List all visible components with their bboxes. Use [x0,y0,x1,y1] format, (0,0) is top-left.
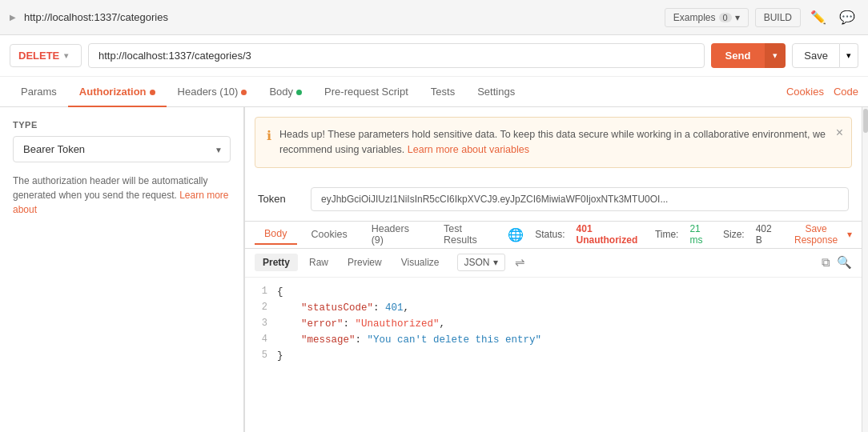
request-tabs: Params Authorization Headers (10) Body P… [0,77,868,107]
code-tab-pretty[interactable]: Pretty [255,254,298,271]
response-section: Body Cookies Headers (9) Test Results 🌐 … [245,221,862,370]
code-line-5: 5 } [255,348,852,364]
auth-panel: TYPE Bearer Token The authorization head… [0,107,244,432]
body-dot [296,90,302,95]
comment-icon[interactable]: 💬 [836,6,858,28]
authorization-dot [150,90,155,95]
right-panel: ℹ Heads up! These parameters hold sensit… [245,107,862,432]
type-select[interactable]: Bearer Token [13,136,231,162]
type-select-wrapper[interactable]: Bearer Token [13,136,231,162]
examples-button[interactable]: Examples 0 ▾ [665,8,749,27]
alert-link[interactable]: Learn more about variables [408,144,529,155]
nav-arrow-icon: ▶ [10,13,16,22]
tab-params[interactable]: Params [10,78,68,107]
tab-tests[interactable]: Tests [420,78,466,107]
resp-tab-test-results[interactable]: Test Results [434,219,503,250]
copy-icon[interactable]: ⧉ [822,255,830,270]
top-bar-right: Examples 0 ▾ BUILD ✏️ 💬 [665,6,858,28]
auth-note: The authorization header will be automat… [13,174,231,217]
save-response-button[interactable]: Save Response ▾ [788,223,852,246]
time-value: 21 ms [689,223,712,246]
scroll-thumb[interactable] [863,109,868,133]
code-line-3: 3 "error": "Unauthorized", [255,316,852,332]
right-scrollbar[interactable] [862,107,868,432]
code-icons: ⧉ 🔍 [822,255,852,270]
tab-authorization[interactable]: Authorization [68,78,167,107]
alert-text: Heads up! These parameters hold sensitiv… [279,127,840,158]
tab-headers[interactable]: Headers (10) [167,78,259,107]
examples-chevron-icon: ▾ [735,12,740,23]
code-link[interactable]: Code [834,86,858,98]
content-area: TYPE Bearer Token The authorization head… [0,107,868,432]
globe-icon: 🌐 [508,227,524,242]
send-group: Send ▾ [711,43,786,68]
top-bar-url: http://localhost:1337/categories [24,11,168,23]
method-select[interactable]: DELETE ▾ [10,44,82,67]
tab-body[interactable]: Body [258,78,313,107]
code-line-2: 2 "statusCode": 401, [255,300,852,316]
alert-close-button[interactable]: × [836,126,843,140]
alert-icon: ℹ [267,128,271,143]
alert-box: ℹ Heads up! These parameters hold sensit… [255,117,852,168]
token-input[interactable] [311,187,849,211]
cookies-link[interactable]: Cookies [786,86,824,98]
code-tab-visualize[interactable]: Visualize [393,254,448,271]
method-chevron-icon: ▾ [64,51,68,60]
tab-pre-request[interactable]: Pre-request Script [313,78,420,107]
headers-dot [241,90,247,95]
code-line-1: 1 { [255,284,852,300]
save-button[interactable]: Save [792,43,840,68]
format-chevron-icon: ▾ [493,257,498,268]
resp-tab-body[interactable]: Body [255,224,297,245]
code-tabs: Pretty Raw Preview Visualize JSON ▾ ⇌ ⧉ … [245,249,862,278]
code-line-4: 4 "message": "You can't delete this entr… [255,332,852,348]
method-value: DELETE [18,50,59,62]
token-label: Token [258,193,298,205]
save-response-chevron-icon: ▾ [847,229,852,240]
response-tabs-bar: Body Cookies Headers (9) Test Results 🌐 … [245,222,862,249]
request-bar: DELETE ▾ Send ▾ Save ▾ [0,35,868,77]
tabs-right: Cookies Code [786,86,858,98]
code-output: 1 { 2 "statusCode": 401, 3 "error": "Una… [245,278,862,370]
save-group: Save ▾ [792,43,858,68]
resp-tab-headers[interactable]: Headers (9) [362,219,429,250]
status-area: 🌐 Status: 401 Unauthorized Time: 21 ms S… [508,223,852,246]
code-tab-raw[interactable]: Raw [301,254,336,271]
resp-tab-cookies[interactable]: Cookies [302,225,357,244]
size-value: 402 B [756,223,777,246]
code-tab-preview[interactable]: Preview [340,254,390,271]
status-value: 401 Unauthorized [577,223,644,246]
examples-label: Examples [673,12,716,23]
edit-icon[interactable]: ✏️ [807,6,830,28]
send-button[interactable]: Send [711,43,766,68]
url-input[interactable] [88,43,705,68]
examples-badge: 0 [719,13,732,22]
wrap-lines-icon[interactable]: ⇌ [515,255,525,270]
top-bar: ▶ http://localhost:1337/categories Examp… [0,0,868,35]
build-button[interactable]: BUILD [755,8,801,27]
search-icon[interactable]: 🔍 [837,255,852,270]
save-dropdown-button[interactable]: ▾ [840,43,858,68]
tab-settings[interactable]: Settings [466,78,526,107]
token-row: Token [245,178,862,221]
format-select[interactable]: JSON ▾ [457,254,505,271]
type-label: TYPE [13,120,231,130]
send-dropdown-button[interactable]: ▾ [765,43,786,68]
